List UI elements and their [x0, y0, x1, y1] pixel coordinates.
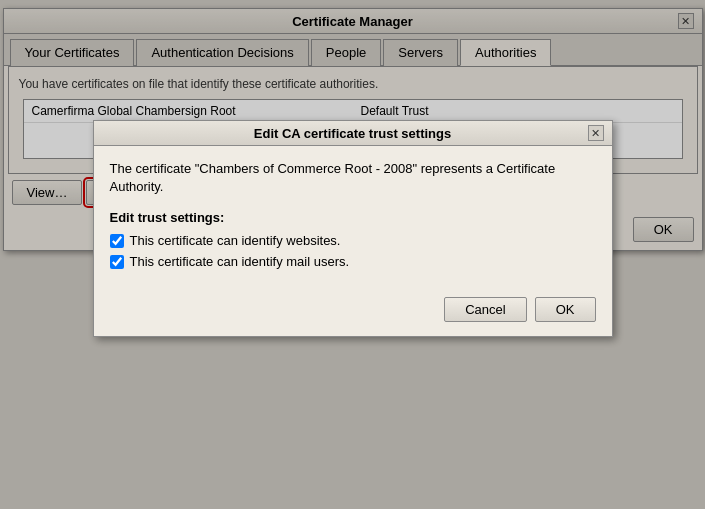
- modal-title: Edit CA certificate trust settings: [118, 126, 588, 141]
- modal-overlay: Edit CA certificate trust settings ✕ The…: [0, 0, 705, 509]
- identify-websites-checkbox[interactable]: [110, 234, 124, 248]
- checkbox-row-websites: This certificate can identify websites.: [110, 233, 596, 248]
- modal-close-button[interactable]: ✕: [588, 125, 604, 141]
- modal-body: The certificate "Chambers of Commerce Ro…: [94, 146, 612, 289]
- identify-mail-label: This certificate can identify mail users…: [130, 254, 350, 269]
- modal-titlebar: Edit CA certificate trust settings ✕: [94, 121, 612, 146]
- identify-mail-checkbox[interactable]: [110, 255, 124, 269]
- modal-cancel-button[interactable]: Cancel: [444, 297, 526, 322]
- modal-ok-button[interactable]: OK: [535, 297, 596, 322]
- edit-trust-modal: Edit CA certificate trust settings ✕ The…: [93, 120, 613, 337]
- modal-buttons: Cancel OK: [94, 289, 612, 336]
- modal-section-label: Edit trust settings:: [110, 210, 596, 225]
- modal-description: The certificate "Chambers of Commerce Ro…: [110, 160, 596, 196]
- checkbox-row-mail: This certificate can identify mail users…: [110, 254, 596, 269]
- identify-websites-label: This certificate can identify websites.: [130, 233, 341, 248]
